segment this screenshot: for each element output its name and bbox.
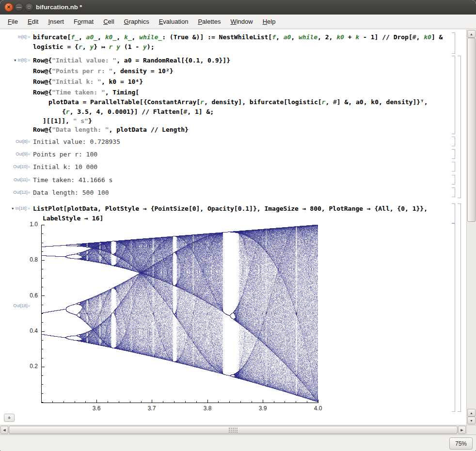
output-line: Data length: 500 100 (33, 189, 109, 197)
notebook-plus-button[interactable]: + (4, 414, 15, 422)
y-tick-label: 1.0 (17, 221, 38, 228)
scroll-up-button[interactable]: ▲ (467, 30, 476, 38)
y-tick-label: 0.4 (17, 327, 38, 334)
x-tick-label: 3.8 (200, 405, 215, 412)
cell-bracket-in6[interactable] (451, 32, 455, 54)
zoom-level-button[interactable]: 75% (449, 437, 473, 450)
cell-label-out18[interactable]: Out[18]= (0, 303, 30, 308)
x-tick-label: 3.6 (89, 405, 104, 412)
maximize-icon: ◻ (28, 5, 31, 9)
menu-graphics[interactable]: Graphics (119, 16, 154, 28)
zoom-level-label: 75% (455, 440, 467, 447)
input-code-line[interactable]: Row@{"Initial k: ", k0 = 10⁴} (33, 78, 143, 86)
cell-bracket-in8[interactable] (451, 56, 455, 134)
cell-label-out9[interactable]: Out[9]= (0, 152, 30, 156)
cell-bracket-out11[interactable] (451, 175, 455, 185)
input-code-line[interactable]: plotData = ParallelTable[{ConstantArray[… (48, 98, 428, 106)
cell-label-text: In[8]:= (18, 58, 30, 62)
input-code-line[interactable]: ][[1]], " s"} (43, 117, 92, 125)
output-line: Time taken: 41.1666 s (33, 176, 112, 184)
input-code-line[interactable]: ListPlot[plotData, PlotStyle → {PointSiz… (33, 205, 428, 213)
arrow-right-icon: ▶ (460, 428, 463, 432)
cell-bracket-out8[interactable] (451, 137, 455, 146)
menu-palettes[interactable]: Palettes (193, 16, 225, 28)
cell-label-out8[interactable]: Out[8]= (0, 139, 30, 144)
x-tick-label: 3.7 (144, 405, 159, 412)
group-disclosure-icon[interactable]: ▼ (14, 59, 17, 62)
input-code-line[interactable]: Row@{"Points per r: ", density = 10²} (33, 67, 174, 75)
y-tick-label: 0.8 (17, 256, 38, 263)
group-disclosure-icon[interactable]: ▼ (11, 207, 15, 210)
maximize-button[interactable]: ◻ (25, 3, 33, 12)
output-line: Initial value: 0.728935 (33, 138, 120, 146)
input-code-line[interactable]: Row@{"Data length: ", plotData // Length… (33, 126, 189, 134)
titlebar[interactable]: ✕ — ◻ bifurcation.nb * (0, 0, 476, 15)
cell-label-out12[interactable]: Out[12]= (0, 190, 30, 195)
input-code-line[interactable]: Row@{"Time taken: ", Timing[ (33, 89, 139, 96)
bifurcation-plot-canvas[interactable] (41, 225, 318, 403)
menu-file[interactable]: File (3, 16, 23, 28)
menu-help[interactable]: Help (258, 16, 281, 28)
minimize-button[interactable]: — (15, 3, 23, 12)
arrow-up-icon: ▲ (470, 411, 473, 415)
scrollbar-grip-icon (229, 428, 238, 433)
cell-label-out11[interactable]: Out[11]= (0, 177, 30, 182)
minimize-icon: — (16, 5, 21, 10)
cell-label-in8[interactable]: ▼In[8]:= (0, 58, 30, 62)
horizontal-scrollbar-thumb[interactable] (9, 426, 458, 434)
y-tick-label: 0.6 (17, 292, 38, 299)
cell-bracket-in18[interactable] (451, 203, 455, 224)
cell-label-in18[interactable]: ▼In[18]:= (0, 206, 30, 211)
input-code-line[interactable]: bifurcate[f_, a0_, k0_, k_, while_: (Tru… (33, 33, 443, 41)
arrow-down-icon: ▼ (470, 419, 473, 422)
vertical-scrollbar[interactable]: ▲ ▲ ▼ (466, 30, 476, 425)
close-button[interactable]: ✕ (4, 3, 13, 12)
window-title: bifurcation.nb * (36, 0, 82, 15)
scroll-left-button[interactable]: ◀ (0, 426, 8, 434)
plus-icon: + (8, 415, 11, 420)
mathematica-notebook-window: ✕ — ◻ bifurcation.nb * File Edit Insert … (0, 0, 476, 451)
arrow-left-icon: ◀ (3, 428, 5, 432)
group-bracket-in8[interactable] (457, 56, 461, 198)
menu-insert[interactable]: Insert (43, 16, 69, 28)
close-icon: ✕ (7, 5, 11, 10)
menu-cell[interactable]: Cell (98, 16, 119, 28)
cell-bracket-out12[interactable] (451, 187, 455, 197)
status-bar: 75% (0, 435, 476, 451)
arrow-up-icon: ▲ (470, 32, 473, 36)
menu-window[interactable]: Window (225, 16, 257, 28)
horizontal-scrollbar[interactable]: ◀ ▶ (0, 425, 466, 435)
x-tick-label: 4.0 (311, 405, 325, 412)
input-code-line[interactable]: Row@{"Initial value: ", a0 = RandomReal[… (33, 57, 230, 64)
output-line: Initial k: 10 000 (33, 163, 97, 171)
y-tick-label: 0.2 (17, 363, 38, 370)
notebook-area[interactable]: In[6]:= bifurcate[f_, a0_, k0_, k_, whil… (0, 30, 466, 425)
cell-bracket-out10[interactable] (451, 162, 455, 171)
cell-bracket-out18[interactable] (451, 223, 455, 412)
scroll-up-button-bottom[interactable]: ▲ (467, 409, 476, 417)
cell-label-text: In[18]:= (16, 206, 30, 211)
menu-evaluation[interactable]: Evaluation (154, 16, 193, 28)
input-code-line[interactable]: LabelStyle → 16] (43, 215, 103, 222)
group-bracket-in18[interactable] (457, 203, 461, 412)
vertical-scrollbar-thumb[interactable] (467, 38, 476, 222)
input-code-line[interactable]: logistic = {r, y} ↦ r y (1 - y); (33, 43, 154, 51)
scroll-down-button[interactable]: ▼ (467, 417, 476, 424)
menu-bar: File Edit Insert Format Cell Graphics Ev… (0, 15, 476, 29)
menu-edit[interactable]: Edit (23, 16, 43, 28)
cell-label-in6[interactable]: In[6]:= (0, 34, 30, 39)
cell-bracket-out9[interactable] (451, 149, 455, 159)
output-line: Points per r: 100 (33, 151, 97, 158)
x-tick-label: 3.9 (255, 405, 270, 412)
scroll-right-button[interactable]: ▶ (458, 426, 466, 434)
scrollbar-corner (466, 425, 476, 435)
cell-label-out10[interactable]: Out[10]= (0, 164, 30, 169)
menu-format[interactable]: Format (69, 16, 98, 28)
input-code-line[interactable]: {r, 3.5, 4, 0.0001}] // Flatten[#, 1] &; (62, 108, 214, 116)
